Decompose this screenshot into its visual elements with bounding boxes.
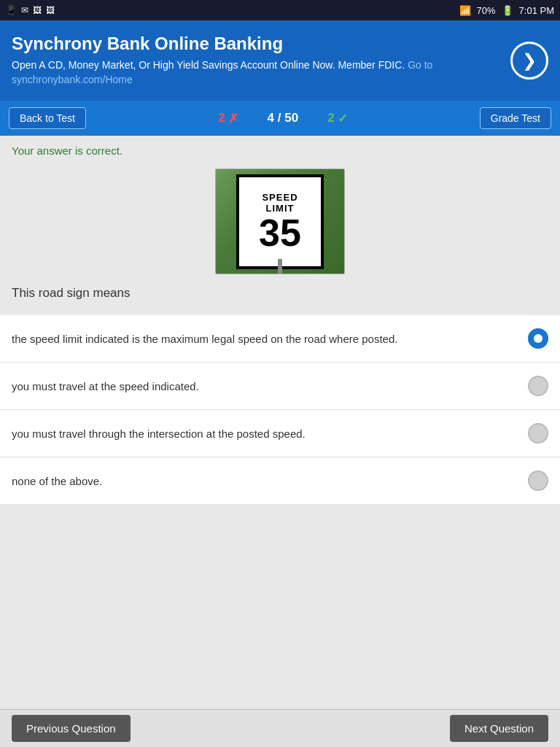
option-text: you must travel through the intersection… [12, 427, 516, 440]
correct-count: 2 ✓ [327, 111, 347, 126]
wrong-count: 2 ✗ [218, 111, 238, 126]
feedback-message: Your answer is correct. [0, 136, 560, 163]
radio-button-1[interactable] [528, 376, 548, 396]
ad-chevron-icon[interactable]: ❯ [510, 42, 548, 80]
ad-title: Synchrony Bank Online Banking [12, 34, 499, 54]
battery-level: 70% [477, 5, 496, 16]
content-area: Your answer is correct. SPEED LIMIT 35 T… [0, 136, 560, 504]
email-icon: ✉ [21, 5, 28, 15]
nav-bar: Back to Test 2 ✗ 4 / 50 2 ✓ Grade Test [0, 101, 560, 136]
ad-banner[interactable]: Synchrony Bank Online Banking Open A CD,… [0, 20, 560, 101]
option-row[interactable]: you must travel at the speed indicated. [0, 363, 560, 410]
ad-content: Synchrony Bank Online Banking Open A CD,… [12, 34, 499, 87]
clock: 7:01 PM [519, 5, 554, 16]
option-row[interactable]: the speed limit indicated is the maximum… [0, 315, 560, 363]
status-right: 📶 70% 🔋 7:01 PM [459, 5, 554, 16]
image2-icon: 🖼 [46, 5, 55, 15]
option-text: you must travel at the speed indicated. [12, 380, 516, 392]
option-text: the speed limit indicated is the maximum… [12, 333, 516, 345]
wifi-icon: 📶 [459, 5, 471, 16]
question-text: This road sign means [12, 286, 131, 301]
speed-limit-sign: SPEED LIMIT 35 [236, 174, 324, 269]
option-row[interactable]: none of the above. [0, 457, 560, 504]
option-text: none of the above. [12, 475, 516, 487]
road-sign-image: SPEED LIMIT 35 [215, 169, 345, 274]
progress-area: 2 ✗ 4 / 50 2 ✓ [218, 111, 347, 126]
sign-number: 35 [259, 214, 301, 252]
option-row[interactable]: you must travel through the intersection… [0, 410, 560, 457]
question-section: SPEED LIMIT 35 This road sign means [0, 163, 560, 315]
wrong-icon: ✗ [228, 111, 238, 126]
grade-test-button[interactable]: Grade Test [480, 107, 551, 129]
image-icon: 🖼 [33, 5, 42, 15]
status-icons: 📱 ✉ 🖼 🖼 [6, 5, 55, 15]
next-question-button[interactable]: Next Question [450, 715, 548, 742]
correct-icon: ✓ [338, 111, 348, 126]
phone-icon: 📱 [6, 5, 17, 15]
sign-speed-text: SPEED [262, 192, 298, 203]
radio-button-0[interactable] [528, 328, 548, 349]
options-container: the speed limit indicated is the maximum… [0, 315, 560, 504]
battery-icon: 🔋 [502, 5, 513, 16]
back-to-test-button[interactable]: Back to Test [9, 107, 86, 129]
radio-button-2[interactable] [528, 423, 548, 444]
ad-subtitle: Open A CD, Money Market, Or High Yield S… [12, 58, 499, 87]
question-progress: 4 / 50 [268, 111, 299, 125]
radio-button-3[interactable] [528, 471, 548, 491]
bottom-nav: Previous Question Next Question [0, 709, 560, 747]
status-bar: 📱 ✉ 🖼 🖼 📶 70% 🔋 7:01 PM [0, 0, 560, 20]
previous-question-button[interactable]: Previous Question [12, 715, 131, 742]
